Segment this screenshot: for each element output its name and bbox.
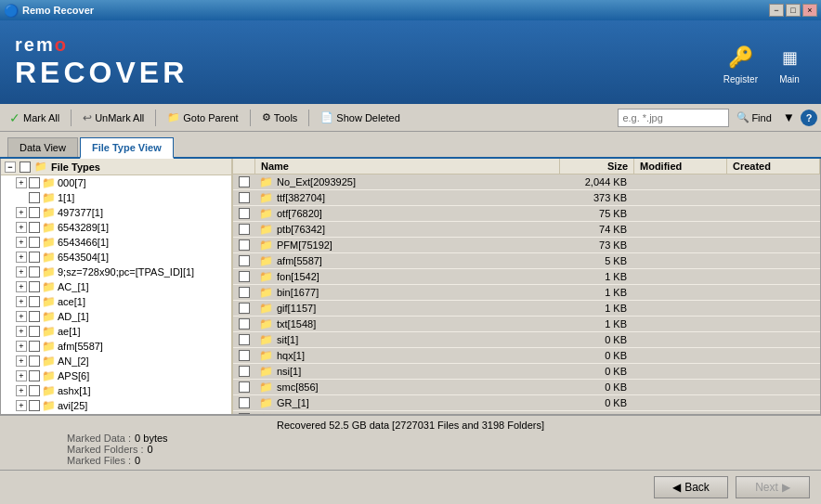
close-button[interactable]: ×: [802, 4, 817, 17]
tools-button[interactable]: ⚙ Tools: [256, 110, 304, 125]
table-row[interactable]: 📁GR_[1] 0 KB: [233, 395, 820, 411]
expand-icon[interactable]: +: [16, 177, 27, 188]
tab-file-type-view[interactable]: File Type View: [80, 137, 174, 159]
list-item[interactable]: + 📁 AN_[2]: [1, 354, 231, 368]
item-checkbox[interactable]: [29, 311, 40, 322]
search-input[interactable]: [618, 109, 729, 127]
item-checkbox[interactable]: [29, 341, 40, 352]
table-row[interactable]: 📁hqx[1] 0 KB: [233, 348, 820, 364]
list-item[interactable]: 📁 1[1]: [1, 190, 231, 205]
root-expand-btn[interactable]: −: [5, 162, 16, 173]
goto-parent-button[interactable]: 📁 Goto Parent: [162, 110, 243, 125]
item-checkbox[interactable]: [29, 177, 40, 188]
row-checkbox[interactable]: [233, 413, 255, 414]
dropdown-arrow-button[interactable]: ▼: [779, 109, 799, 126]
list-item[interactable]: + 📁 6543466[1]: [1, 235, 231, 250]
expand-icon[interactable]: +: [16, 370, 27, 381]
root-checkbox[interactable]: [20, 162, 31, 173]
item-checkbox[interactable]: [29, 355, 40, 367]
row-checkbox[interactable]: [233, 239, 255, 251]
row-checkbox[interactable]: [233, 397, 255, 408]
item-checkbox[interactable]: [29, 207, 40, 218]
item-checkbox[interactable]: [29, 400, 40, 411]
expand-icon[interactable]: +: [16, 311, 27, 322]
list-item[interactable]: + 📁 APS[6]: [1, 368, 231, 383]
list-item[interactable]: + 📁 6543504[1]: [1, 250, 231, 265]
find-button[interactable]: 🔍 Find: [731, 110, 776, 125]
table-row[interactable]: 📁No_Ext[2093925] 2,044 KB: [233, 174, 820, 190]
expand-icon[interactable]: +: [16, 207, 27, 218]
expand-icon[interactable]: +: [16, 252, 27, 263]
list-item[interactable]: + 📁 afm[5587]: [1, 339, 231, 354]
row-checkbox[interactable]: [233, 176, 255, 187]
item-checkbox[interactable]: [29, 237, 40, 248]
expand-icon[interactable]: +: [16, 237, 27, 248]
minimize-button[interactable]: −: [769, 4, 784, 17]
item-checkbox[interactable]: [29, 370, 40, 381]
row-checkbox[interactable]: [233, 366, 255, 377]
table-row[interactable]: 📁KO_[1] 0 KB: [233, 411, 820, 414]
row-checkbox[interactable]: [233, 318, 255, 330]
main-button[interactable]: ▦ Main: [773, 41, 806, 84]
table-row[interactable]: 📁txt[1548] 1 KB: [233, 317, 820, 332]
row-checkbox[interactable]: [233, 350, 255, 361]
list-item[interactable]: + 📁 ace[1]: [1, 294, 231, 309]
item-checkbox[interactable]: [29, 252, 40, 263]
list-item[interactable]: + 📁 000[7]: [1, 175, 231, 190]
list-item[interactable]: + 📁 6543289[1]: [1, 220, 231, 235]
window-controls[interactable]: − □ ×: [769, 4, 817, 17]
table-row[interactable]: 📁ptb[76342] 74 KB: [233, 222, 820, 238]
row-checkbox[interactable]: [233, 271, 255, 282]
register-button[interactable]: 🔑 Register: [723, 41, 758, 84]
expand-icon[interactable]: +: [16, 326, 27, 337]
unmark-all-button[interactable]: ↩ UnMark All: [77, 110, 150, 126]
table-row[interactable]: 📁sit[1] 0 KB: [233, 332, 820, 348]
expand-icon[interactable]: +: [16, 222, 27, 233]
list-item[interactable]: + 📁 ashx[1]: [1, 383, 231, 398]
item-checkbox[interactable]: [29, 385, 40, 396]
list-item[interactable]: + 📁 AC_[1]: [1, 279, 231, 294]
row-checkbox[interactable]: [233, 334, 255, 345]
table-row[interactable]: 📁ttf[382704] 373 KB: [233, 190, 820, 206]
row-checkbox[interactable]: [233, 381, 255, 393]
table-row[interactable]: 📁fon[1542] 1 KB: [233, 269, 820, 285]
table-row[interactable]: 📁nsi[1] 0 KB: [233, 364, 820, 380]
list-item[interactable]: + 📁 497377[1]: [1, 205, 231, 220]
row-checkbox[interactable]: [233, 255, 255, 266]
row-checkbox[interactable]: [233, 208, 255, 219]
expand-icon[interactable]: +: [16, 281, 27, 292]
expand-icon[interactable]: +: [16, 400, 27, 411]
table-row[interactable]: 📁gif[1157] 1 KB: [233, 301, 820, 317]
item-checkbox[interactable]: [29, 296, 40, 307]
row-checkbox[interactable]: [233, 303, 255, 314]
item-checkbox[interactable]: [29, 222, 40, 233]
expand-icon[interactable]: +: [16, 296, 27, 307]
list-item[interactable]: + 📁 AD_[1]: [1, 309, 231, 324]
expand-icon[interactable]: +: [16, 385, 27, 396]
maximize-button[interactable]: □: [786, 4, 801, 17]
list-item[interactable]: + 📁 9;sz=728x90;pc=[TPAS_ID][1]: [1, 265, 231, 279]
show-deleted-button[interactable]: 📄 Show Deleted: [315, 110, 406, 125]
help-button[interactable]: ?: [801, 110, 817, 126]
row-checkbox[interactable]: [233, 224, 255, 235]
item-checkbox[interactable]: [29, 281, 40, 292]
expand-icon[interactable]: +: [16, 355, 27, 367]
table-row[interactable]: 📁afm[5587] 5 KB: [233, 253, 820, 269]
item-checkbox[interactable]: [29, 192, 40, 203]
back-button[interactable]: ◀ Back: [654, 476, 728, 498]
tab-data-view[interactable]: Data View: [7, 137, 78, 157]
table-row[interactable]: 📁smc[856] 0 KB: [233, 380, 820, 395]
list-item[interactable]: + 📁 avi[25]: [1, 398, 231, 413]
expand-icon[interactable]: +: [16, 266, 27, 278]
item-checkbox[interactable]: [29, 266, 40, 278]
row-checkbox[interactable]: [233, 192, 255, 203]
table-row[interactable]: 📁otf[76820] 75 KB: [233, 206, 820, 222]
table-row[interactable]: 📁PFM[75192] 73 KB: [233, 238, 820, 253]
table-row[interactable]: 📁bin[1677] 1 KB: [233, 285, 820, 301]
row-checkbox[interactable]: [233, 287, 255, 298]
mark-all-button[interactable]: ✓ Mark All: [4, 109, 65, 127]
next-button[interactable]: Next ▶: [736, 476, 810, 498]
item-checkbox[interactable]: [29, 326, 40, 337]
expand-icon[interactable]: +: [16, 341, 27, 352]
list-item[interactable]: + 📁 ae[1]: [1, 324, 231, 339]
